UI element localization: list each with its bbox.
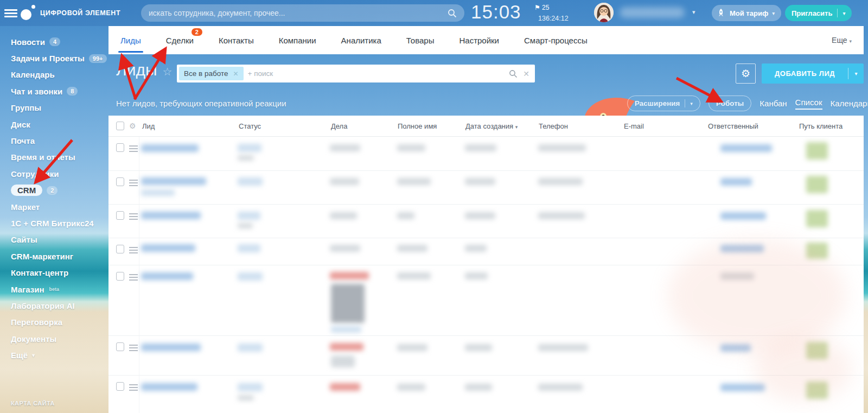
- row-checkbox[interactable]: [116, 143, 124, 152]
- blurred-cell-content: [397, 178, 431, 185]
- sidebar-item-shop[interactable]: Магазинbeta: [11, 281, 108, 297]
- invite-button[interactable]: Пригласить ▾: [785, 5, 852, 21]
- blurred-cell-content: [465, 272, 488, 279]
- table-row[interactable]: [108, 137, 864, 171]
- table-row[interactable]: [108, 171, 864, 205]
- clock[interactable]: 15:03: [471, 1, 521, 23]
- blurred-cell-content: [538, 144, 586, 151]
- row-checkbox[interactable]: [116, 342, 124, 351]
- sidebar-item-chat-calls[interactable]: Чат и звонки8: [11, 83, 108, 99]
- sidebar-item-crm-marketing[interactable]: CRM-маркетинг: [11, 248, 108, 264]
- row-checkbox[interactable]: [116, 245, 124, 253]
- col-status[interactable]: Статус: [239, 122, 261, 130]
- tab-leads[interactable]: Лиды: [120, 26, 141, 54]
- sidebar-item-meeting-room[interactable]: Переговорка: [11, 314, 108, 331]
- col-activities[interactable]: Дела: [331, 122, 347, 130]
- global-search[interactable]: [141, 4, 464, 22]
- favorite-star-icon[interactable]: ☆: [163, 66, 173, 78]
- sitemap-link[interactable]: КАРТА САЙТА: [11, 400, 103, 406]
- row-drag-handle[interactable]: [129, 212, 138, 221]
- sidebar-footer: КАРТА САЙТА НАСТРОИТЬ МЕНЮ ПРИГЛАСИТЬ СО…: [11, 400, 103, 413]
- filter-search-input[interactable]: [248, 69, 504, 78]
- row-drag-handle[interactable]: [129, 343, 138, 353]
- menu-burger-icon[interactable]: [4, 8, 17, 18]
- work-timer[interactable]: 136:24:12: [538, 15, 569, 22]
- user-menu-caret-icon[interactable]: ▾: [692, 9, 695, 16]
- sidebar-item-news[interactable]: Новости4: [11, 34, 108, 50]
- sidebar-item-mail[interactable]: Почта: [11, 132, 108, 149]
- global-search-input[interactable]: [149, 9, 442, 17]
- row-checkbox[interactable]: [116, 177, 124, 186]
- blurred-cell-content: [141, 344, 201, 351]
- tab-smart-processes[interactable]: Смарт-процессы: [524, 26, 588, 54]
- table-row[interactable]: [108, 376, 864, 413]
- blurred-cell-content: [806, 382, 828, 399]
- view-list[interactable]: Список: [795, 98, 822, 110]
- sidebar-item-documents[interactable]: Документы: [11, 331, 108, 347]
- view-kanban[interactable]: Канбан: [760, 99, 787, 108]
- robots-button[interactable]: Роботы: [709, 96, 751, 111]
- weather-widget[interactable]: ⚑ 25: [534, 4, 549, 11]
- table-row[interactable]: [108, 205, 864, 238]
- row-drag-handle[interactable]: [129, 245, 138, 255]
- sidebar-item-time-reports[interactable]: Время и отчеты: [11, 149, 108, 166]
- table-row[interactable]: [108, 265, 864, 336]
- filter-clear-icon[interactable]: ✕: [523, 69, 529, 78]
- row-checkbox[interactable]: [116, 272, 124, 281]
- sidebar-item-employees[interactable]: Сотрудники: [11, 166, 108, 182]
- chip-remove-icon[interactable]: ✕: [233, 70, 238, 78]
- row-checkbox[interactable]: [116, 211, 124, 220]
- tab-analytics[interactable]: Аналитика: [341, 26, 381, 54]
- col-lead[interactable]: Лид: [142, 122, 155, 130]
- filter-bar[interactable]: Все в работе ✕ ✕: [177, 65, 535, 82]
- invite-caret-icon: ▾: [843, 10, 845, 16]
- tab-companies[interactable]: Компании: [279, 26, 316, 54]
- view-calendar[interactable]: Календарь: [831, 99, 868, 108]
- top-bar: ЦИФРОВОЙ ЭЛЕМЕНТ 15:03 ⚑ 25 136:24:12 ▾ …: [0, 0, 868, 26]
- sidebar-item-more[interactable]: Ещё▾: [11, 347, 108, 363]
- col-responsible[interactable]: Ответственный: [708, 122, 758, 130]
- tab-contacts[interactable]: Контакты: [219, 26, 254, 54]
- row-checkbox[interactable]: [116, 382, 124, 391]
- view-settings-button[interactable]: ⚙: [736, 63, 756, 84]
- tab-settings[interactable]: Настройки: [459, 26, 499, 54]
- sidebar-item-disk[interactable]: Диск: [11, 116, 108, 132]
- tabs-more-button[interactable]: Еще ▾: [832, 36, 852, 45]
- select-all-checkbox[interactable]: [116, 122, 124, 130]
- col-full-name[interactable]: Полное имя: [398, 122, 437, 130]
- col-client-path[interactable]: Путь клиента: [799, 122, 843, 130]
- row-drag-handle[interactable]: [129, 272, 138, 282]
- table-row[interactable]: [108, 238, 864, 265]
- tab-deals[interactable]: Сделки2: [166, 26, 194, 54]
- sidebar-item-sites[interactable]: Сайты: [11, 232, 108, 248]
- col-email[interactable]: E-mail: [624, 122, 644, 130]
- sidebar-item-contact-center[interactable]: Контакт-центр: [11, 264, 108, 281]
- add-lead-caret-icon[interactable]: ▾: [848, 71, 864, 77]
- add-lead-button[interactable]: ДОБАВИТЬ ЛИД ▾: [762, 63, 864, 84]
- tab-products[interactable]: Товары: [406, 26, 435, 54]
- search-icon: [448, 9, 457, 18]
- user-avatar[interactable]: [594, 3, 614, 22]
- row-drag-handle[interactable]: [129, 178, 138, 188]
- extensions-button[interactable]: Расширения ▾: [627, 96, 700, 111]
- col-created-date[interactable]: Дата создания ▾: [465, 122, 518, 130]
- table-row[interactable]: [108, 336, 864, 376]
- sidebar-item-1c-crm[interactable]: 1С + CRM Битрикс24: [11, 215, 108, 231]
- sidebar-item-ai-lab[interactable]: Лаборатория AI: [11, 297, 108, 314]
- sidebar-item-market[interactable]: Маркет: [11, 199, 108, 215]
- sort-caret-icon: ▾: [515, 124, 518, 130]
- sidebar-item-calendar[interactable]: Календарь: [11, 67, 108, 83]
- my-plan-button[interactable]: Мой тариф ▾: [712, 5, 781, 21]
- filter-search-icon[interactable]: [509, 69, 518, 78]
- blurred-cell-content: [141, 272, 193, 280]
- row-drag-handle[interactable]: [129, 383, 138, 392]
- sidebar-item-groups[interactable]: Группы: [11, 100, 108, 116]
- row-drag-handle[interactable]: [129, 144, 138, 154]
- col-phone[interactable]: Телефон: [539, 122, 568, 130]
- sidebar-item-tasks[interactable]: Задачи и Проекты99+: [11, 50, 108, 66]
- filter-chip[interactable]: Все в работе ✕: [179, 67, 244, 80]
- columns-gear-icon[interactable]: ⚙: [129, 122, 136, 130]
- sidebar-item-crm[interactable]: CRM2: [11, 182, 108, 199]
- company-logo[interactable]: ЦИФРОВОЙ ЭЛЕМЕНТ: [16, 3, 120, 23]
- blurred-cell-content: [141, 212, 201, 219]
